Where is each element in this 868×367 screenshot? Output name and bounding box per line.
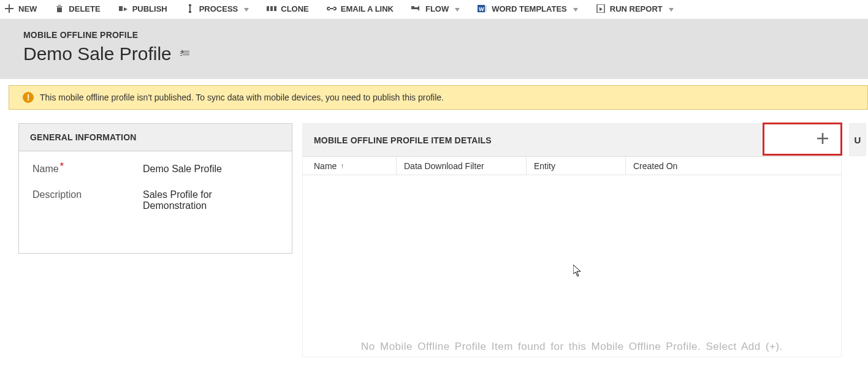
general-information-body: Name* Demo Sale Profile Description Sale… bbox=[19, 151, 292, 253]
svg-rect-12 bbox=[183, 53, 189, 53]
caret-down-icon bbox=[244, 4, 249, 13]
grid-header-row: Name ↑ Data Download Filter Entity Creat… bbox=[303, 157, 841, 175]
trash-icon bbox=[54, 4, 65, 13]
svg-rect-6 bbox=[411, 6, 414, 9]
publish-warning: ! This mobile offline profile isn't publ… bbox=[9, 85, 868, 110]
publish-label: PUBLISH bbox=[132, 4, 167, 13]
general-information-section: GENERAL INFORMATION Name* Demo Sale Prof… bbox=[18, 123, 292, 254]
run-report-label: RUN REPORT bbox=[610, 4, 663, 13]
warning-icon: ! bbox=[23, 92, 34, 103]
form-content: GENERAL INFORMATION Name* Demo Sale Prof… bbox=[0, 110, 868, 357]
svg-rect-9 bbox=[485, 6, 487, 12]
clone-label: CLONE bbox=[281, 4, 309, 13]
column-created-on[interactable]: Created On bbox=[633, 157, 707, 175]
process-label: PROCESS bbox=[199, 4, 238, 13]
grid-body: No Mobile Offline Profile Item found for… bbox=[303, 175, 841, 357]
new-label: NEW bbox=[18, 4, 37, 13]
description-value[interactable]: Sales Profile for Demonstration bbox=[143, 189, 253, 211]
field-description: Description Sales Profile for Demonstrat… bbox=[32, 189, 278, 211]
svg-rect-3 bbox=[267, 6, 269, 11]
plus-icon bbox=[4, 4, 15, 13]
email-link-label: EMAIL A LINK bbox=[341, 4, 394, 13]
run-report-dropdown[interactable]: RUN REPORT bbox=[595, 4, 674, 13]
caret-down-icon bbox=[573, 4, 578, 13]
delete-button[interactable]: DELETE bbox=[54, 4, 100, 13]
flow-label: FLOW bbox=[425, 4, 449, 13]
profile-item-details-section: MOBILE OFFLINE PROFILE ITEM DETAILS Name… bbox=[302, 123, 842, 357]
new-button[interactable]: NEW bbox=[4, 4, 37, 13]
name-value[interactable]: Demo Sale Profile bbox=[143, 164, 222, 175]
caret-down-icon bbox=[455, 4, 460, 13]
publish-button[interactable]: PUBLISH bbox=[118, 4, 167, 13]
add-item-highlight bbox=[763, 123, 842, 156]
description-label: Description bbox=[32, 189, 143, 200]
flow-dropdown[interactable]: FLOW bbox=[411, 4, 460, 13]
clone-icon bbox=[266, 4, 277, 13]
process-icon bbox=[185, 4, 196, 13]
svg-rect-11 bbox=[183, 51, 189, 51]
column-data-download-filter[interactable]: Data Download Filter bbox=[404, 157, 527, 175]
grid-empty-message: No Mobile Offline Profile Item found for… bbox=[303, 341, 841, 353]
cursor-icon bbox=[573, 265, 582, 279]
svg-rect-0 bbox=[189, 4, 191, 6]
svg-rect-1 bbox=[189, 6, 191, 11]
name-label: Name* bbox=[32, 164, 143, 175]
svg-rect-13 bbox=[183, 55, 189, 55]
required-star-icon: * bbox=[60, 161, 64, 172]
warning-text: This mobile offline profile isn't publis… bbox=[40, 93, 444, 102]
report-icon bbox=[595, 4, 606, 13]
record-title: Demo Sale Profile bbox=[23, 44, 172, 64]
column-entity[interactable]: Entity bbox=[534, 157, 626, 175]
svg-text:W: W bbox=[479, 6, 484, 12]
entity-type-label: MOBILE OFFLINE PROFILE bbox=[23, 30, 868, 40]
word-templates-label: WORD TEMPLATES bbox=[492, 4, 567, 13]
general-information-heading: GENERAL INFORMATION bbox=[19, 124, 292, 151]
process-dropdown[interactable]: PROCESS bbox=[185, 4, 249, 13]
record-title-row: Demo Sale Profile bbox=[23, 44, 868, 64]
sliver-letter: U bbox=[855, 135, 861, 145]
clone-button[interactable]: CLONE bbox=[266, 4, 309, 13]
sort-asc-icon: ↑ bbox=[340, 162, 344, 170]
svg-rect-2 bbox=[189, 11, 191, 13]
word-templates-dropdown[interactable]: W WORD TEMPLATES bbox=[477, 4, 578, 13]
column-name[interactable]: Name ↑ bbox=[314, 157, 397, 175]
delete-label: DELETE bbox=[69, 4, 100, 13]
profile-item-details-header: MOBILE OFFLINE PROFILE ITEM DETAILS bbox=[303, 124, 841, 157]
record-header: MOBILE OFFLINE PROFILE Demo Sale Profile bbox=[0, 19, 868, 79]
link-icon bbox=[326, 4, 337, 13]
form-selector-icon[interactable] bbox=[179, 48, 190, 61]
add-item-button[interactable] bbox=[817, 132, 828, 148]
next-panel-sliver: U bbox=[849, 123, 866, 156]
caret-down-icon bbox=[669, 4, 674, 13]
svg-rect-4 bbox=[270, 6, 273, 11]
command-bar: NEW DELETE PUBLISH PROCESS CLONE EMAIL A… bbox=[0, 0, 868, 19]
word-icon: W bbox=[477, 4, 488, 13]
svg-rect-5 bbox=[274, 6, 276, 11]
field-name: Name* Demo Sale Profile bbox=[32, 164, 278, 175]
email-link-button[interactable]: EMAIL A LINK bbox=[326, 4, 394, 13]
flow-icon bbox=[411, 4, 422, 13]
publish-icon bbox=[118, 4, 129, 13]
profile-item-details-heading: MOBILE OFFLINE PROFILE ITEM DETAILS bbox=[314, 135, 492, 145]
